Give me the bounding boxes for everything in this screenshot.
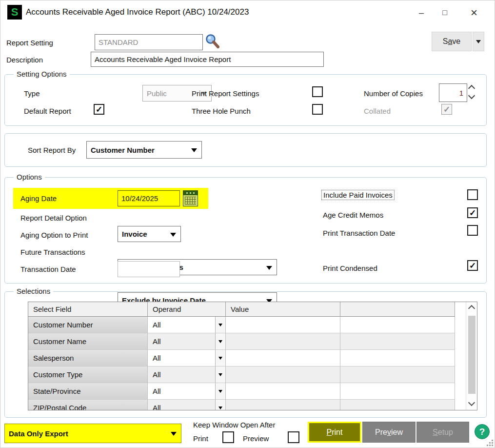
type-label: Type <box>24 89 40 98</box>
save-button-label-post: ve <box>452 37 460 46</box>
sort-report-by-select[interactable]: Customer Number <box>86 141 202 159</box>
transaction-date-input <box>118 261 180 277</box>
print-button[interactable]: Print <box>308 422 361 443</box>
export-format-select[interactable]: Data Only Export <box>4 424 181 443</box>
default-report-checkbox[interactable]: ✓ <box>94 104 104 115</box>
row-operand-cell[interactable]: All <box>148 367 226 383</box>
report-detail-option-value: Invoice <box>122 230 147 238</box>
chevron-down-icon <box>171 432 177 436</box>
row-value-cell[interactable] <box>226 317 340 333</box>
row-operand-cell[interactable]: All <box>148 333 226 350</box>
close-button[interactable]: × <box>465 4 483 21</box>
save-button[interactable]: Save <box>432 32 472 51</box>
chevron-down-icon <box>468 92 475 99</box>
row-operand-cell[interactable]: All <box>148 400 226 410</box>
options-group: Options Aging Date 10/24/2025 Report Det… <box>4 177 487 284</box>
description-input[interactable]: Accounts Receivable Aged Invoice Report <box>91 52 324 67</box>
chevron-down-icon <box>218 357 222 360</box>
chevron-down-icon <box>218 390 222 393</box>
row-operand-cell[interactable]: All <box>148 317 226 333</box>
report-setting-input[interactable]: STANDARD <box>95 34 203 50</box>
selections-table: Select Field Operand Value Customer Numb… <box>28 302 477 410</box>
sort-group: Sort Report By Customer Number <box>4 133 487 167</box>
table-row: Customer Number All <box>28 317 455 333</box>
print-button-label-post: rint <box>332 428 342 437</box>
selections-table-header: Select Field Operand Value <box>28 302 455 317</box>
collated-label: Collated <box>364 107 391 115</box>
scroll-up-button[interactable] <box>469 306 474 311</box>
scrollbar-thumb[interactable] <box>468 316 475 394</box>
report-detail-option-label: Report Detail Option <box>20 214 87 222</box>
row-value-cell[interactable] <box>226 350 340 367</box>
include-paid-invoices-label[interactable]: Include Paid Invoices <box>322 190 394 200</box>
operand-dropdown-button[interactable] <box>215 317 225 333</box>
aging-date-input[interactable]: 10/24/2025 <box>118 190 180 206</box>
report-detail-option-select[interactable]: Invoice <box>118 226 181 242</box>
operand-dropdown-button[interactable] <box>215 333 225 349</box>
print-condensed-checkbox[interactable]: ✓ <box>467 260 478 271</box>
column-header-select-field: Select Field <box>28 302 148 317</box>
minimize-button[interactable]: – <box>413 4 430 21</box>
transaction-date-label: Transaction Date <box>20 265 76 273</box>
selections-group-label: Selections <box>14 287 53 295</box>
row-blank-cell <box>340 400 455 410</box>
selections-group: Selections Select Field Operand Value Cu… <box>4 291 487 418</box>
help-button[interactable]: ? <box>475 424 490 439</box>
row-operand-value: All <box>153 370 161 379</box>
row-value-cell[interactable] <box>226 383 340 400</box>
save-button-label-pre: S <box>443 37 448 46</box>
age-credit-memos-checkbox[interactable]: ✓ <box>467 207 478 218</box>
include-paid-invoices-checkbox[interactable] <box>467 189 478 200</box>
column-header-value: Value <box>226 302 340 317</box>
operand-dropdown-button[interactable] <box>215 383 225 399</box>
chevron-down-icon <box>476 40 481 43</box>
row-blank-cell <box>340 333 455 350</box>
operand-dropdown-button[interactable] <box>215 400 225 410</box>
lookup-magnifier-icon[interactable] <box>205 33 220 52</box>
keep-open-print-checkbox[interactable] <box>222 431 234 443</box>
row-operand-value: All <box>153 321 161 329</box>
operand-dropdown-button[interactable] <box>215 350 225 366</box>
aging-date-calendar-icon[interactable] <box>183 190 198 206</box>
table-row: Customer Name All <box>28 333 455 350</box>
row-field-cell: Salesperson <box>28 350 148 367</box>
operand-dropdown-button[interactable] <box>215 367 225 383</box>
row-operand-cell[interactable]: All <box>148 350 226 367</box>
keep-open-preview-checkbox[interactable] <box>288 431 299 443</box>
row-blank-cell <box>340 367 455 383</box>
number-of-copies-label: Number of Copies <box>364 89 423 98</box>
number-of-copies-input[interactable]: 1 <box>439 83 467 102</box>
resize-grip[interactable] <box>487 440 494 447</box>
print-report-settings-checkbox[interactable] <box>312 86 323 97</box>
preview-button-accesskey: v <box>387 428 391 437</box>
keep-open-preview-label: Preview <box>243 434 269 443</box>
options-group-label: Options <box>14 173 45 181</box>
copies-spin-up-button[interactable] <box>469 86 474 91</box>
report-dialog-window: S Accounts Receivable Aged Invoice Repor… <box>0 0 495 448</box>
chevron-down-icon <box>191 148 197 152</box>
setting-options-group-label: Setting Options <box>14 70 70 78</box>
scroll-down-button[interactable] <box>469 400 474 405</box>
row-operand-cell[interactable]: All <box>148 383 226 400</box>
copies-spin-down-button[interactable] <box>469 93 474 98</box>
preview-button[interactable]: Preview <box>362 422 416 443</box>
setup-button-label-post: etup <box>438 428 453 437</box>
row-value-cell[interactable] <box>226 367 340 383</box>
three-hole-punch-checkbox[interactable] <box>312 104 323 115</box>
print-condensed-label: Print Condensed <box>323 264 377 272</box>
future-transactions-label: Future Transactions <box>20 248 85 256</box>
row-value-cell[interactable] <box>226 333 340 350</box>
save-dropdown-button[interactable] <box>473 32 484 51</box>
export-format-value: Data Only Export <box>9 429 68 438</box>
sort-report-by-label: Sort Report By <box>28 146 76 154</box>
chevron-down-icon <box>218 340 222 343</box>
print-report-settings-label: Print Report Settings <box>192 89 259 98</box>
print-transaction-date-checkbox[interactable] <box>467 225 478 236</box>
setup-button-accesskey: S <box>433 428 438 437</box>
row-value-cell[interactable] <box>226 400 340 410</box>
type-select-value: Public <box>147 89 167 98</box>
table-scrollbar[interactable] <box>466 302 477 410</box>
maximize-button[interactable]: □ <box>436 4 454 21</box>
chevron-down-icon <box>468 399 475 406</box>
chevron-down-icon <box>170 233 176 237</box>
